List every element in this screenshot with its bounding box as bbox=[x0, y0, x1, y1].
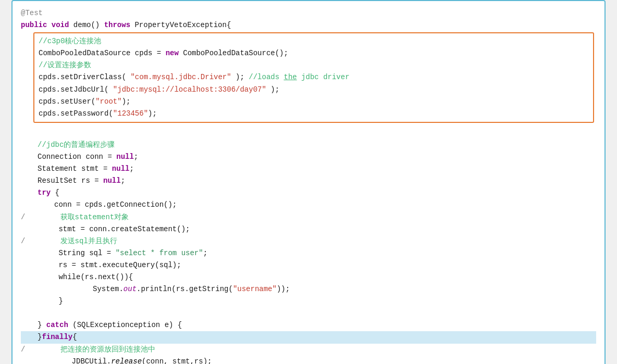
line-while: while(rs.next()){ bbox=[21, 271, 596, 283]
set-user-post: ); bbox=[122, 96, 131, 108]
semicolon: ; bbox=[134, 151, 138, 163]
set-url-pre: cpds.setJdbcUrl( bbox=[39, 84, 113, 96]
catch-open: } bbox=[38, 319, 46, 331]
execute-query: rs = stmt.executeQuery(sql); bbox=[54, 259, 181, 271]
set-url-post: ); bbox=[266, 84, 279, 96]
out-keyword: out bbox=[124, 283, 137, 295]
line-comment-sql: / 发送sql并且执行 bbox=[21, 235, 596, 247]
while-code: while(rs.next()){ bbox=[54, 271, 133, 283]
blank-line-2 bbox=[21, 307, 596, 319]
comment-stmt: 获取statement对象 bbox=[25, 211, 129, 223]
line-execute-query: rs = stmt.executeQuery(sql); bbox=[21, 259, 596, 271]
line-comment-jdbc: //jdbc的普通编程步骤 bbox=[21, 139, 596, 151]
line-comment-stmt: / 获取statement对象 bbox=[21, 211, 596, 223]
stmt-decl: Statement stmt = bbox=[38, 163, 112, 175]
slash3: / bbox=[21, 344, 25, 356]
line-create-stmt: stmt = conn.createStatement(); bbox=[21, 223, 596, 235]
line-release: JDBCUtil.release(conn, stmt,rs); bbox=[21, 356, 596, 364]
line-set-driver: cpds.setDriverClass( "com.mysql.jdbc.Dri… bbox=[39, 71, 589, 83]
line-get-conn: conn = cpds.getConnection(); bbox=[21, 199, 596, 211]
sql-string: "select * from user" bbox=[116, 247, 203, 259]
semicolon3: ; bbox=[121, 175, 125, 187]
line-set-password: cpds.setPassword("123456"); bbox=[39, 108, 589, 120]
set-pass-post: ); bbox=[148, 108, 157, 120]
line-conn-decl: Connection conn = null; bbox=[21, 151, 596, 163]
catch-params: (SQLExceptionception e) { bbox=[72, 319, 182, 331]
line-println: System.out.println(rs.getString("usernam… bbox=[21, 283, 596, 295]
combo-pool-code: ComboPooledDataSource cpds = new ComboPo… bbox=[39, 47, 288, 59]
catch-keyword: catch bbox=[46, 319, 72, 331]
line-while-close: } bbox=[21, 295, 596, 307]
pass-string: "123456" bbox=[113, 108, 148, 120]
line-finally: }finally{ bbox=[21, 331, 596, 343]
url-string: "jdbc:mysql://localhost:3306/day07" bbox=[113, 84, 266, 96]
keyword-void: void bbox=[52, 19, 73, 31]
line-set-url: cpds.setJdbcUrl( "jdbc:mysql://localhost… bbox=[39, 84, 589, 96]
line-comment-c3p0: //c3p0核心连接池 bbox=[39, 35, 589, 47]
system-pre: System. bbox=[71, 283, 124, 295]
username-string: "username" bbox=[233, 283, 277, 295]
line-stmt-decl: Statement stmt = null; bbox=[21, 163, 596, 175]
method-name: demo() bbox=[73, 19, 104, 31]
line-annotation: @Test bbox=[21, 7, 596, 19]
semicolon2: ; bbox=[129, 163, 133, 175]
release-args: (conn, stmt,rs); bbox=[142, 356, 212, 364]
sql-var-pre: String sql = bbox=[54, 247, 116, 259]
line-set-user: cpds.setUser("root"); bbox=[39, 96, 589, 108]
set-pass-pre: cpds.setPassword( bbox=[39, 108, 113, 120]
line-try: try { bbox=[21, 187, 596, 199]
slash1: / bbox=[21, 211, 25, 223]
user-string: "root" bbox=[95, 96, 121, 108]
release-pre: JDBCUtil. bbox=[54, 356, 111, 364]
comment-sql: 发送sql并且执行 bbox=[25, 235, 117, 247]
comment-jdbc: //jdbc的普通编程步骤 bbox=[38, 139, 115, 151]
release-method: release bbox=[111, 356, 142, 364]
driver-string: "com.mysql.jdbc.Driver" bbox=[130, 71, 231, 83]
set-driver-post: ); bbox=[231, 71, 249, 83]
rs-decl: ResultSet rs = bbox=[38, 175, 103, 187]
annotation-text: @Test bbox=[21, 7, 43, 19]
finally-brace: { bbox=[72, 331, 77, 343]
comment-c3p0: //c3p0核心连接池 bbox=[39, 35, 101, 47]
line-sql-var: String sql = "select * from user"; bbox=[21, 247, 596, 259]
slash2: / bbox=[21, 235, 25, 247]
get-conn: conn = cpds.getConnection(); bbox=[54, 199, 177, 211]
keyword-public: public bbox=[21, 19, 52, 31]
finally-keyword: finally bbox=[42, 331, 72, 343]
conn-decl: Connection conn = bbox=[38, 151, 116, 163]
try-keyword: try bbox=[38, 187, 55, 199]
try-brace: { bbox=[55, 187, 59, 199]
null-keyword: null bbox=[116, 151, 134, 163]
null-keyword2: null bbox=[112, 163, 130, 175]
c3p0-section: //c3p0核心连接池 ComboPooledDataSource cpds =… bbox=[33, 32, 594, 123]
finally-code: } bbox=[38, 331, 42, 343]
comment-release: 把连接的资源放回到连接池中 bbox=[25, 344, 155, 356]
line-comment-params: //设置连接参数 bbox=[39, 59, 589, 71]
while-close-brace: } bbox=[54, 295, 63, 307]
set-driver-pre: cpds.setDriverClass( bbox=[39, 71, 130, 83]
create-stmt: stmt = conn.createStatement(); bbox=[54, 223, 190, 235]
sql-semi: ; bbox=[203, 247, 207, 259]
line-rs-decl: ResultSet rs = null; bbox=[21, 175, 596, 187]
null-keyword3: null bbox=[103, 175, 121, 187]
line-combo-pool: ComboPooledDataSource cpds = new ComboPo… bbox=[39, 47, 589, 59]
line-comment-release: / 把连接的资源放回到连接池中 bbox=[21, 344, 596, 356]
line-method-decl: public void demo() throws PropertyVetoEx… bbox=[21, 19, 596, 31]
exception-type: PropertyVetoException{ bbox=[134, 19, 231, 31]
comment-params: //设置连接参数 bbox=[39, 59, 91, 71]
set-user-pre: cpds.setUser( bbox=[39, 96, 95, 108]
code-viewer: @Test public void demo() throws Property… bbox=[11, 0, 606, 364]
line-catch: } catch (SQLExceptionception e) { bbox=[21, 319, 596, 331]
println-mid: .println(rs.getString( bbox=[137, 283, 233, 295]
println-end: )); bbox=[277, 283, 290, 295]
loads-comment: //loads the jdbc driver bbox=[249, 71, 349, 83]
keyword-throws: throws bbox=[104, 19, 135, 31]
blank-line-1 bbox=[21, 127, 596, 139]
